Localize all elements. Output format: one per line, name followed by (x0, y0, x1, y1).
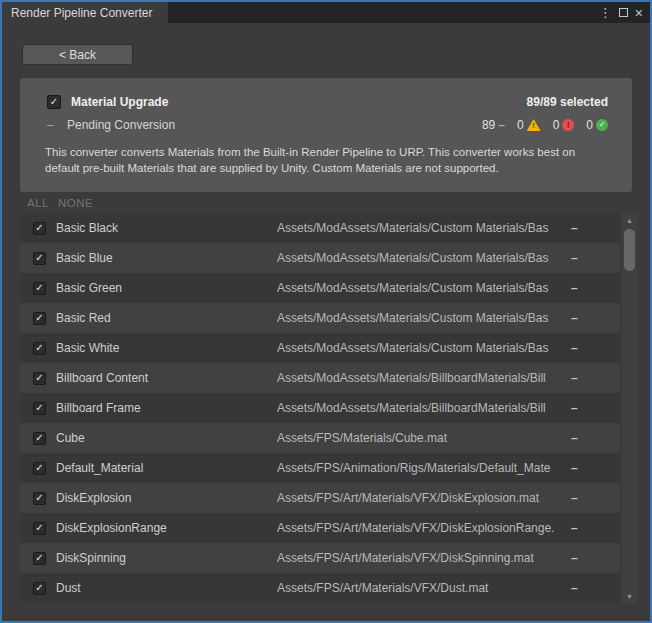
check-icon: ✓ (35, 523, 43, 533)
material-name: DiskExplosion (56, 491, 131, 505)
material-name: Basic Blue (56, 251, 113, 265)
window-tab[interactable]: Render Pipeline Converter (2, 2, 168, 23)
table-row[interactable]: ✓ Basic Red Assets/ModAssets/Materials/C… (20, 303, 620, 333)
converter-title: Material Upgrade (71, 95, 168, 109)
row-checkbox[interactable]: ✓ (33, 342, 46, 355)
row-checkbox[interactable]: ✓ (33, 402, 46, 415)
material-name: Billboard Content (56, 371, 148, 385)
error-icon: ! (562, 119, 574, 131)
titlebar-spacer (168, 2, 599, 23)
row-checkbox[interactable]: ✓ (33, 582, 46, 595)
material-name: Dust (56, 581, 81, 595)
row-status-dash: – (571, 551, 578, 565)
table-row[interactable]: ✓ DiskSpinning Assets/FPS/Art/Materials/… (20, 543, 620, 573)
material-name: Default_Material (56, 461, 143, 475)
warning-count: 0 (517, 118, 524, 132)
table-row[interactable]: ✓ Cube Assets/FPS/Materials/Cube.mat – (20, 423, 620, 453)
material-name: DiskSpinning (56, 551, 126, 565)
material-name: Basic White (56, 341, 119, 355)
warning-count-group: 0 ! (517, 118, 541, 132)
material-path: Assets/ModAssets/Materials/Custom Materi… (277, 251, 565, 265)
pending-conversion-label: Pending Conversion (67, 118, 175, 132)
converter-description: This converter converts Materials from t… (45, 144, 611, 176)
success-count-group: 0 ✓ (586, 118, 608, 132)
table-row[interactable]: ✓ Billboard Frame Assets/ModAssets/Mater… (20, 393, 620, 423)
converter-header-row: ✓ Material Upgrade 89/89 selected (47, 92, 608, 112)
material-path: Assets/FPS/Art/Materials/VFX/DiskSpinnin… (277, 551, 565, 565)
row-checkbox[interactable]: ✓ (33, 462, 46, 475)
vertical-scrollbar[interactable]: ▲ ▼ (622, 213, 637, 604)
row-checkbox[interactable]: ✓ (33, 312, 46, 325)
material-path: Assets/ModAssets/Materials/BillboardMate… (277, 371, 565, 385)
row-checkbox[interactable]: ✓ (33, 222, 46, 235)
check-icon: ✓ (35, 493, 43, 503)
check-icon: ✓ (35, 373, 43, 383)
row-status-dash: – (571, 251, 578, 265)
scroll-up-icon[interactable]: ▲ (622, 214, 637, 227)
error-count-group: 0 ! (553, 118, 575, 132)
scrollbar-thumb[interactable] (624, 229, 635, 271)
material-path: Assets/FPS/Materials/Cube.mat (277, 431, 565, 445)
error-mark: ! (567, 121, 570, 130)
pending-conversion-row[interactable]: – Pending Conversion 89 – 0 ! 0 ! 0 ✓ (47, 116, 608, 134)
table-row[interactable]: ✓ DiskExplosionRange Assets/FPS/Art/Mate… (20, 513, 620, 543)
back-button[interactable]: < Back (22, 44, 133, 65)
selected-count: 89/89 selected (527, 95, 608, 109)
table-row[interactable]: ✓ DiskExplosion Assets/FPS/Art/Materials… (20, 483, 620, 513)
title-bar: Render Pipeline Converter ⋮ × (2, 2, 650, 23)
pending-dash-icon: – (498, 118, 505, 132)
scroll-down-icon[interactable]: ▼ (622, 590, 637, 603)
row-checkbox[interactable]: ✓ (33, 432, 46, 445)
check-icon: ✓ (35, 343, 43, 353)
menu-kebab-icon[interactable]: ⋮ (599, 6, 612, 19)
list-header: ALL NONE (27, 197, 93, 209)
close-icon[interactable]: × (635, 6, 643, 20)
maximize-icon[interactable] (619, 8, 628, 17)
row-checkbox[interactable]: ✓ (33, 252, 46, 265)
render-pipeline-converter-window: Render Pipeline Converter ⋮ × < Back ✓ M… (0, 0, 652, 623)
window-controls: ⋮ × (599, 2, 650, 23)
row-checkbox[interactable]: ✓ (33, 282, 46, 295)
success-count: 0 (586, 118, 593, 132)
check-icon: ✓ (35, 253, 43, 263)
select-all-button[interactable]: ALL (27, 197, 49, 209)
check-icon: ✓ (35, 283, 43, 293)
check-icon: ✓ (35, 403, 43, 413)
material-path: Assets/ModAssets/Materials/Custom Materi… (277, 341, 565, 355)
row-status-dash: – (571, 311, 578, 325)
check-icon: ✓ (35, 433, 43, 443)
warning-mark: ! (532, 122, 535, 131)
table-row[interactable]: ✓ Dust Assets/FPS/Art/Materials/VFX/Dust… (20, 573, 620, 603)
table-row[interactable]: ✓ Basic Green Assets/ModAssets/Materials… (20, 273, 620, 303)
row-status-dash: – (571, 521, 578, 535)
row-checkbox[interactable]: ✓ (33, 522, 46, 535)
material-name: Basic Green (56, 281, 122, 295)
row-status-dash: – (571, 221, 578, 235)
table-row[interactable]: ✓ Default_Material Assets/FPS/Animation/… (20, 453, 620, 483)
table-row[interactable]: ✓ Basic White Assets/ModAssets/Materials… (20, 333, 620, 363)
success-icon: ✓ (596, 119, 608, 131)
pending-count: 89 (482, 118, 495, 132)
row-status-dash: – (571, 401, 578, 415)
back-button-label: < Back (59, 48, 96, 62)
table-row[interactable]: ✓ Billboard Content Assets/ModAssets/Mat… (20, 363, 620, 393)
row-checkbox[interactable]: ✓ (33, 372, 46, 385)
check-icon: ✓ (35, 313, 43, 323)
row-status-dash: – (571, 431, 578, 445)
converter-checkbox[interactable]: ✓ (47, 95, 61, 109)
check-icon: ✓ (35, 553, 43, 563)
row-checkbox[interactable]: ✓ (33, 492, 46, 505)
material-path: Assets/FPS/Art/Materials/VFX/DiskExplosi… (277, 521, 565, 535)
table-row[interactable]: ✓ Basic Black Assets/ModAssets/Materials… (20, 213, 620, 243)
table-row[interactable]: ✓ Basic Blue Assets/ModAssets/Materials/… (20, 243, 620, 273)
material-name: Billboard Frame (56, 401, 141, 415)
material-name: DiskExplosionRange (56, 521, 167, 535)
material-name: Cube (56, 431, 85, 445)
select-none-button[interactable]: NONE (58, 197, 93, 209)
check-icon: ✓ (35, 583, 43, 593)
material-path: Assets/FPS/Art/Materials/VFX/DiskExplosi… (277, 491, 565, 505)
material-path: Assets/FPS/Art/Materials/VFX/Dust.mat (277, 581, 565, 595)
material-name: Basic Black (56, 221, 118, 235)
row-checkbox[interactable]: ✓ (33, 552, 46, 565)
row-status-dash: – (571, 341, 578, 355)
